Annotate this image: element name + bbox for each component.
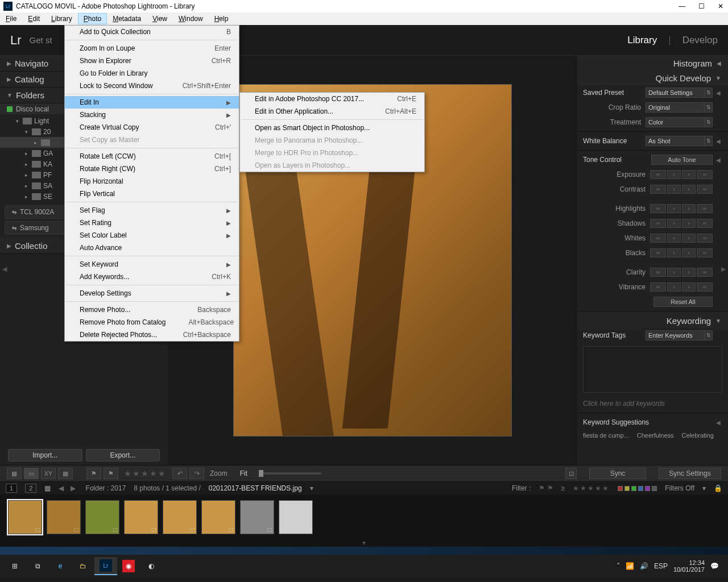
whites-inc[interactable]: › [682,234,696,243]
exposure-dec2[interactable]: ‹‹ [650,170,666,179]
contrast-dec[interactable]: ‹ [667,185,681,194]
menu-item[interactable]: Rotate Left (CCW)Ctrl+[ [65,150,239,163]
tray-chevron-icon[interactable]: ˄ [617,562,620,570]
compare-view-button[interactable]: XY [41,468,56,479]
histogram-header[interactable]: Histogram◀ [577,56,728,70]
menu-item[interactable]: Remove Photo...Backspace [65,304,239,316]
shadows-dec2[interactable]: ‹‹ [650,219,666,228]
filmstrip-thumb[interactable]: ⬚ [8,500,42,534]
export-button[interactable]: Export... [86,449,160,462]
filmstrip-thumb[interactable]: ⬚ [201,500,235,534]
tray-network-icon[interactable]: 📶 [626,562,634,570]
highlights-inc[interactable]: › [682,204,696,213]
menu-item[interactable]: Go to Folder in Library [65,67,239,80]
filmstrip-thumb[interactable]: ⬚ [47,500,81,534]
keyword-suggestion[interactable]: Cheerfulness [637,432,674,439]
filter-colors[interactable] [618,486,657,491]
menu-window[interactable]: Window [173,13,209,24]
vibrance-dec2[interactable]: ‹‹ [650,282,666,292]
exposure-dec[interactable]: ‹ [667,170,681,179]
vibrance-inc2[interactable]: ›› [697,282,713,292]
nav-arrows[interactable]: ◀ ▶ [59,484,77,492]
blacks-inc2[interactable]: ›› [697,248,713,257]
menu-file[interactable]: File [0,13,22,24]
survey-view-button[interactable]: ▦ [58,468,73,479]
menu-library[interactable]: Library [46,13,78,24]
whites-inc2[interactable]: ›› [697,234,713,243]
menu-item[interactable]: Edit in Other Application...Ctrl+Alt+E [240,105,424,118]
highlights-inc2[interactable]: ›› [697,204,713,213]
menu-item[interactable]: Flip Vertical [65,188,239,200]
rating-stars[interactable]: ★★★★★ [124,469,167,478]
menu-item[interactable]: Edit In▶ [65,96,239,109]
tray-language[interactable]: ESP [654,562,668,570]
filmstrip-thumb[interactable]: ⬚ [124,500,158,534]
module-develop[interactable]: Develop [682,35,718,46]
filmstrip-thumb[interactable]: ⬚ [85,500,119,534]
menu-view[interactable]: View [147,13,173,24]
keywording-header[interactable]: Keywording▼ [577,313,728,328]
import-button[interactable]: Import... [8,449,82,462]
page-1[interactable]: 1 [6,484,17,493]
rotate-right-button[interactable]: ↷ [189,468,204,479]
filters-off[interactable]: Filters Off [665,484,694,492]
menu-item[interactable]: Edit in Adobe Photoshop CC 2017...Ctrl+E [240,93,424,105]
lightroom-taskbar-icon[interactable]: Lr [94,557,117,575]
vibrance-inc[interactable]: › [682,282,696,292]
filter-flags[interactable]: ⚑ ⚑ [539,484,553,492]
filter-stars[interactable]: ★★★★★ [573,484,610,492]
right-panel-collapse[interactable]: ▶ [719,56,728,482]
menu-item[interactable]: Auto Advance [65,242,239,254]
menu-item[interactable]: Open as Smart Object in Photoshop... [240,122,424,134]
menu-item[interactable]: Zoom In on LoupeEnter [65,42,239,55]
clarity-dec[interactable]: ‹ [667,268,681,277]
menu-photo[interactable]: Photo [78,13,107,24]
flag-pick-button[interactable]: ⚑ [86,468,101,479]
menu-item[interactable]: Develop Settings▶ [65,287,239,300]
filter-lock-icon[interactable]: 🔒 [714,484,722,492]
keyword-suggestion[interactable]: Celebrating [682,432,714,439]
exposure-inc2[interactable]: ›› [697,170,713,179]
crop-ratio-select[interactable]: Original [646,102,705,113]
highlights-dec[interactable]: ‹ [667,204,681,213]
menu-item[interactable]: Add to Quick CollectionB [65,26,239,38]
menu-item[interactable]: Delete Rejected Photos...Ctrl+Backspace [65,329,239,341]
menu-item[interactable]: Show in ExplorerCtrl+R [65,55,239,67]
filmstrip-thumb[interactable]: ⬚ [240,500,274,534]
tray-volume-icon[interactable]: 🔊 [640,562,648,570]
page-2[interactable]: 2 [25,484,36,493]
contrast-dec2[interactable]: ‹‹ [650,185,666,194]
menu-item[interactable]: Rotate Right (CW)Ctrl+] [65,163,239,175]
grid-icon[interactable]: ▦ [44,484,51,492]
saved-preset-select[interactable]: Default Settings [646,88,705,98]
auto-tone-button[interactable]: Auto Tone [651,155,713,165]
shadows-inc[interactable]: › [682,219,696,228]
highlights-dec2[interactable]: ‹‹ [650,204,666,213]
exposure-inc[interactable]: › [682,170,696,179]
menu-item[interactable]: Set Keyword▶ [65,258,239,271]
clarity-inc2[interactable]: ›› [697,268,713,277]
whites-dec2[interactable]: ‹‹ [650,234,666,243]
keyword-suggestion[interactable]: fiesta de cump... [583,432,629,439]
clarity-inc[interactable]: › [682,268,696,277]
vibrance-dec[interactable]: ‹ [667,282,681,292]
sync-button[interactable]: Sync [589,468,646,479]
close-button[interactable]: ✕ [717,2,725,10]
filmstrip[interactable]: ⬚⬚⬚⬚⬚⬚⬚⬚ [0,494,728,540]
keyword-hint[interactable]: Click here to add keywords [577,396,728,411]
task-view-button[interactable]: ⧉ [26,557,49,575]
reset-all-button[interactable]: Reset All [653,297,713,307]
quickdev-header[interactable]: Quick Develop▼ [577,70,728,85]
treatment-select[interactable]: Color [646,117,705,127]
menu-item[interactable]: Create Virtual CopyCtrl+' [65,121,239,134]
keyword-tags-select[interactable]: Enter Keywords [646,330,705,340]
keyword-box[interactable] [583,346,722,393]
contrast-inc[interactable]: › [682,185,696,194]
sync-switch[interactable]: ⊡ [565,468,577,479]
shadows-inc2[interactable]: ›› [697,219,713,228]
menu-metadata[interactable]: Metadata [107,13,147,24]
app-icon-2[interactable]: ◐ [140,557,163,575]
wb-select[interactable]: As Shot [646,136,705,146]
menu-item[interactable]: Set Rating▶ [65,217,239,229]
whites-dec[interactable]: ‹ [667,234,681,243]
